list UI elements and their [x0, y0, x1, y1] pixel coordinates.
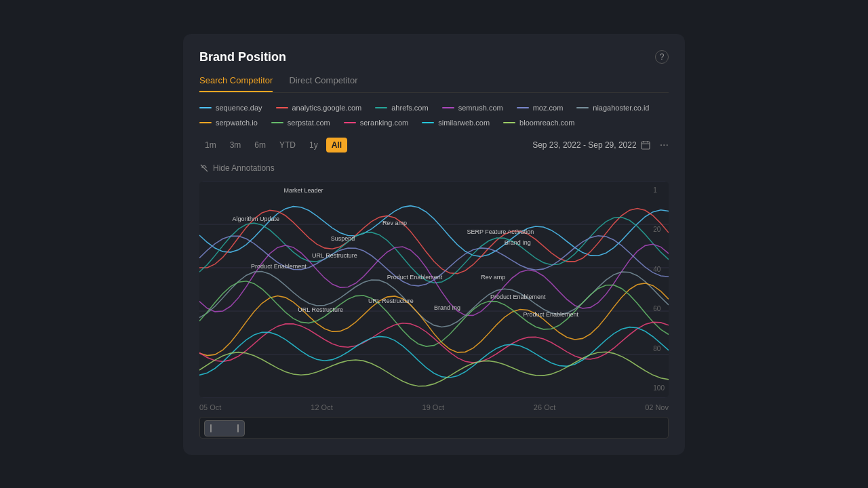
time-btn-3m[interactable]: 3m [224, 138, 247, 152]
legend-color-ahrefs-com [375, 107, 387, 108]
legend-color-sequence-day [199, 107, 212, 108]
legend-label: sequence.day [216, 104, 262, 112]
legend-label: bloomreach.com [519, 119, 574, 127]
y-axis-label: 40 [653, 266, 665, 273]
time-btn-1y[interactable]: 1y [304, 138, 323, 152]
legend-item-similarweb-com: similarweb.com [422, 119, 490, 127]
annotations-toggle[interactable]: Hide Annotations [199, 163, 669, 173]
tabs-container: Search CompetitorDirect Competitor [199, 75, 669, 93]
annotations-label: Hide Annotations [213, 163, 275, 173]
legend-color-seranking-com [344, 122, 356, 123]
legend-item-serpstat-com: serpstat.com [271, 119, 330, 127]
legend: sequence.dayanalytics.google.comahrefs.c… [199, 104, 669, 127]
legend-item-serpwatch-io: serpwatch.io [199, 119, 258, 127]
x-axis: 05 Oct12 Oct19 Oct26 Oct02 Nov [199, 398, 669, 411]
legend-label: semrush.com [458, 104, 503, 112]
time-btn-6m[interactable]: 6m [249, 138, 271, 152]
legend-label: moz.com [533, 104, 564, 112]
date-range: Sep 23, 2022 - Sep 29, 2022 ··· [532, 140, 669, 150]
legend-item-bloomreach-com: bloomreach.com [503, 119, 574, 127]
y-axis-labels: 120406080100 [653, 181, 665, 398]
time-btn-all[interactable]: All [326, 138, 347, 152]
help-icon[interactable]: ? [655, 50, 669, 64]
brand-position-card: Brand Position ? Search CompetitorDirect… [183, 34, 685, 455]
legend-label: serpstat.com [288, 119, 330, 127]
legend-item-semrush-com: semrush.com [442, 104, 503, 112]
y-axis-label: 1 [653, 186, 665, 194]
tab-search[interactable]: Search Competitor [199, 75, 273, 92]
time-controls: 1m3m6mYTD1yAll Sep 23, 2022 - Sep 29, 20… [199, 138, 669, 152]
legend-label: ahrefs.com [391, 104, 428, 112]
calendar-icon[interactable] [641, 140, 650, 150]
x-axis-label: 19 Oct [422, 403, 444, 411]
legend-item-ahrefs-com: ahrefs.com [375, 104, 428, 112]
scrollbar-thumb[interactable] [204, 420, 245, 436]
legend-item-analytics-google-com: analytics.google.com [276, 104, 362, 112]
legend-label: seranking.com [360, 119, 409, 127]
chart-area: 120406080100 Market LeaderAlgorithm Upda… [199, 181, 669, 398]
time-btn-ytd[interactable]: YTD [274, 138, 301, 152]
more-options-button[interactable]: ··· [660, 140, 669, 150]
legend-color-serpwatch-io [199, 122, 212, 123]
y-axis-label: 100 [653, 384, 665, 392]
legend-item-niagahoster-co-id: niagahoster.co.id [576, 104, 649, 112]
legend-item-seranking-com: seranking.com [344, 119, 409, 127]
legend-color-semrush-com [442, 107, 454, 108]
card-header: Brand Position ? [199, 50, 669, 64]
legend-label: serpwatch.io [216, 119, 258, 127]
x-axis-label: 26 Oct [534, 403, 555, 411]
y-axis-label: 60 [653, 305, 665, 312]
y-axis-label: 80 [653, 345, 665, 352]
time-btn-1m[interactable]: 1m [199, 138, 222, 152]
tab-direct[interactable]: Direct Competitor [289, 75, 357, 92]
legend-color-moz-com [517, 107, 529, 108]
legend-item-sequence-day: sequence.day [199, 104, 262, 112]
legend-color-analytics-google-com [276, 107, 288, 108]
legend-item-moz-com: moz.com [517, 104, 564, 112]
x-axis-label: 02 Nov [645, 403, 669, 411]
scrollbar-area[interactable] [199, 417, 669, 439]
legend-label: similarweb.com [438, 119, 490, 127]
legend-color-serpstat-com [271, 122, 283, 123]
y-axis-label: 20 [653, 226, 665, 233]
eye-off-icon [199, 163, 209, 173]
chart-svg [199, 181, 669, 398]
legend-label: niagahoster.co.id [593, 104, 649, 112]
legend-color-niagahoster-co-id [576, 107, 589, 108]
x-axis-label: 12 Oct [311, 403, 332, 411]
legend-color-bloomreach-com [503, 122, 515, 123]
svg-rect-0 [642, 142, 650, 149]
x-axis-label: 05 Oct [199, 403, 221, 411]
legend-color-similarweb-com [422, 122, 434, 123]
legend-label: analytics.google.com [292, 104, 362, 112]
card-title: Brand Position [199, 50, 286, 64]
